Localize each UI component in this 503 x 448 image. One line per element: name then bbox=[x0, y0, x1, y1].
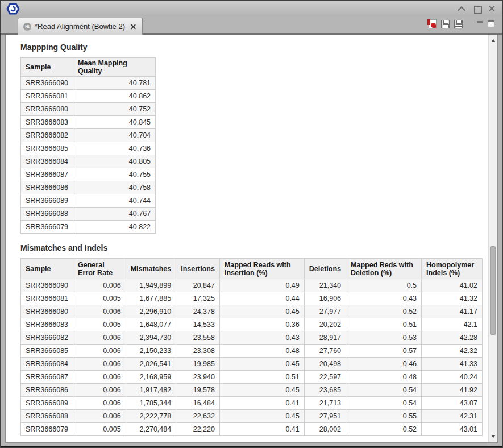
value-cell: 0.006 bbox=[73, 358, 126, 371]
value-cell: 0.48 bbox=[346, 371, 422, 384]
column-header: Insertions bbox=[176, 259, 220, 279]
value-cell: 42.32 bbox=[422, 345, 483, 358]
value-cell: 0.006 bbox=[73, 305, 126, 318]
table-row: SRR366608340.845 bbox=[21, 116, 156, 129]
value-cell: 21,340 bbox=[304, 279, 346, 292]
value-cell: 0.006 bbox=[73, 279, 126, 292]
column-header: Mismatches bbox=[126, 259, 176, 279]
sample-cell: SRR3666084 bbox=[21, 358, 73, 371]
table-row: SRR366607940.822 bbox=[21, 221, 156, 234]
value-cell: 2,270,484 bbox=[126, 423, 176, 436]
value-cell: 0.51 bbox=[219, 371, 304, 384]
value-cell: 23,308 bbox=[176, 345, 220, 358]
table-row: SRR36660850.0062,150,23323,3080.4827,760… bbox=[21, 345, 483, 358]
column-header: Mean Mapping Quality bbox=[73, 58, 156, 77]
table-row: SRR36660800.0062,296,91024,3780.4527,977… bbox=[21, 305, 483, 318]
value-cell: 2,150,233 bbox=[126, 345, 176, 358]
sample-cell: SRR3666085 bbox=[21, 142, 73, 155]
table-row: SRR36660900.0061,949,89920,8470.4921,340… bbox=[21, 279, 483, 292]
value-cell: 0.005 bbox=[73, 423, 126, 436]
value-cell: 40.845 bbox=[73, 116, 156, 129]
maximize-view-icon[interactable] bbox=[488, 20, 494, 27]
html-report-icon: Ht bbox=[23, 23, 31, 31]
table-row: SRR36660810.0051,677,88517,3250.4416,906… bbox=[21, 292, 483, 305]
value-cell: 40.767 bbox=[73, 208, 156, 221]
value-cell: 0.46 bbox=[346, 358, 422, 371]
export-pdf-icon[interactable] bbox=[429, 19, 437, 28]
mismatches-indels-table: SampleGeneral Error RateMismatchesInsert… bbox=[20, 258, 483, 436]
value-cell: 0.36 bbox=[219, 318, 304, 331]
sample-cell: SRR3666082 bbox=[21, 331, 73, 345]
table-row: SRR366608740.755 bbox=[21, 168, 156, 181]
section-mapping-quality: Mappping Quality SampleMean Mapping Qual… bbox=[20, 43, 483, 234]
sample-cell: SRR3666089 bbox=[21, 397, 73, 410]
column-header: Homopolymer Indels (%) bbox=[422, 259, 483, 279]
app-logo-icon bbox=[6, 3, 20, 15]
table-row: SRR366608540.736 bbox=[21, 142, 156, 155]
app-window: Ht *Read Alignment (Bowtie 2) Mappping Q… bbox=[0, 0, 503, 448]
value-cell: 1,677,885 bbox=[126, 292, 176, 305]
value-cell: 0.55 bbox=[346, 410, 422, 423]
value-cell: 21,713 bbox=[304, 397, 346, 410]
value-cell: 28,002 bbox=[304, 423, 346, 436]
table-row: SRR36660860.0061,917,48219,5780.4523,685… bbox=[21, 384, 483, 397]
table-row: SRR366608140.862 bbox=[21, 90, 156, 103]
column-header: Sample bbox=[21, 259, 73, 279]
column-header: Mapped Reds with Deletion (%) bbox=[346, 259, 422, 279]
value-cell: 0.52 bbox=[346, 423, 422, 436]
value-cell: 22,632 bbox=[176, 410, 220, 423]
view-toolbar bbox=[429, 19, 502, 33]
minimize-view-icon[interactable] bbox=[476, 20, 483, 28]
table-row: SRR36660830.0051,648,07714,5330.3620,202… bbox=[21, 318, 483, 331]
sample-cell: SRR3666083 bbox=[21, 318, 73, 331]
value-cell: 40.744 bbox=[73, 194, 156, 208]
scroll-up-icon[interactable] bbox=[491, 39, 496, 42]
value-cell: 42.28 bbox=[422, 331, 483, 345]
table-row: SRR366608040.752 bbox=[21, 103, 156, 116]
tab-read-alignment[interactable]: Ht *Read Alignment (Bowtie 2) bbox=[18, 18, 143, 35]
window-close-icon[interactable] bbox=[488, 4, 497, 13]
mapping-quality-table: SampleMean Mapping QualitySRR366609040.7… bbox=[20, 57, 156, 234]
table-row: SRR36660840.0062,026,54119,9850.4520,498… bbox=[21, 358, 483, 371]
save-as-icon[interactable] bbox=[454, 20, 463, 28]
sample-cell: SRR3666090 bbox=[21, 77, 73, 90]
value-cell: 23,685 bbox=[304, 384, 346, 397]
table-row: SRR366608940.744 bbox=[21, 194, 156, 208]
value-cell: 41.02 bbox=[422, 279, 483, 292]
sample-cell: SRR3666083 bbox=[21, 116, 73, 129]
value-cell: 2,296,910 bbox=[126, 305, 176, 318]
table-header-row: SampleGeneral Error RateMismatchesInsert… bbox=[21, 259, 483, 279]
sample-cell: SRR3666089 bbox=[21, 194, 73, 208]
value-cell: 27,977 bbox=[304, 305, 346, 318]
value-cell: 0.49 bbox=[219, 279, 304, 292]
value-cell: 17,325 bbox=[176, 292, 220, 305]
save-icon[interactable] bbox=[441, 20, 450, 28]
value-cell: 19,985 bbox=[176, 358, 220, 371]
value-cell: 27,760 bbox=[304, 345, 346, 358]
window-shade-icon[interactable] bbox=[457, 4, 466, 13]
value-cell: 40.752 bbox=[73, 103, 156, 116]
value-cell: 0.45 bbox=[219, 358, 304, 371]
scrollbar-thumb[interactable] bbox=[490, 246, 496, 335]
value-cell: 40.822 bbox=[73, 221, 156, 234]
value-cell: 2,222,778 bbox=[126, 410, 176, 423]
tab-close-icon[interactable] bbox=[130, 23, 137, 30]
column-header: Deletions bbox=[304, 259, 346, 279]
sample-cell: SRR3666090 bbox=[21, 279, 73, 292]
vertical-scrollbar[interactable] bbox=[488, 35, 497, 442]
window-maximize-icon[interactable] bbox=[472, 4, 481, 13]
sample-cell: SRR3666088 bbox=[21, 410, 73, 423]
column-header: Sample bbox=[21, 58, 73, 77]
scroll-down-icon[interactable] bbox=[491, 435, 496, 438]
table-row: SRR366609040.781 bbox=[21, 77, 156, 90]
value-cell: 40.755 bbox=[73, 168, 156, 181]
value-cell: 0.005 bbox=[73, 318, 126, 331]
sample-cell: SRR3666088 bbox=[21, 208, 73, 221]
value-cell: 0.45 bbox=[219, 384, 304, 397]
value-cell: 41.92 bbox=[422, 384, 483, 397]
value-cell: 0.005 bbox=[73, 292, 126, 305]
value-cell: 14,533 bbox=[176, 318, 220, 331]
sample-cell: SRR3666087 bbox=[21, 168, 73, 181]
value-cell: 43.01 bbox=[422, 423, 483, 436]
value-cell: 41.33 bbox=[422, 358, 483, 371]
